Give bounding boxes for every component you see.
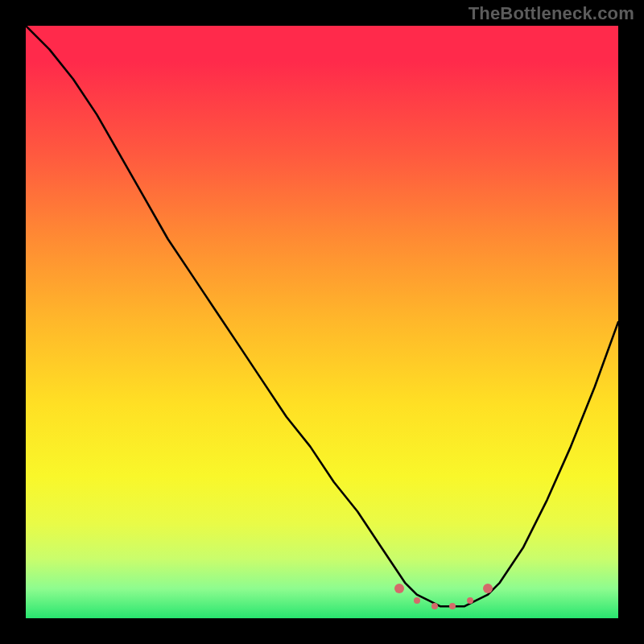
curve-marker	[483, 584, 493, 593]
curve-marker	[414, 597, 420, 604]
curve-marker	[449, 603, 456, 609]
curve-marker	[431, 603, 438, 609]
curve-marker	[467, 597, 473, 604]
heat-gradient	[26, 26, 618, 618]
watermark-text: TheBottleneck.com	[469, 3, 634, 24]
chart-stage: TheBottleneck.com	[0, 0, 644, 644]
curve-marker	[394, 584, 404, 593]
plot-area	[26, 26, 618, 618]
